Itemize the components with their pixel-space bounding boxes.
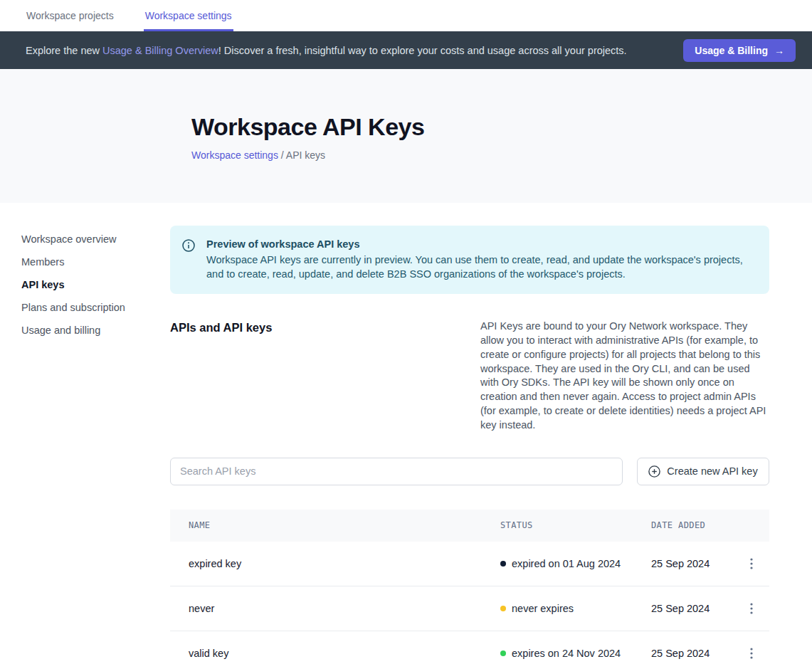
usage-billing-button-label: Usage & Billing xyxy=(695,45,768,56)
announcement-banner: Explore the new Usage & Billing Overview… xyxy=(0,31,812,69)
create-api-key-button[interactable]: Create new API key xyxy=(637,458,769,485)
api-key-date-added: 25 Sep 2024 xyxy=(651,603,733,614)
api-key-name: valid key xyxy=(170,648,500,659)
plus-circle-icon xyxy=(648,465,660,478)
info-circle-icon xyxy=(182,238,195,281)
section-description: API Keys are bound to your Ory Network w… xyxy=(480,320,769,433)
sidebar-item-workspace-overview[interactable]: Workspace overview xyxy=(21,228,170,251)
main-panel: Preview of workspace API keys Workspace … xyxy=(170,203,769,669)
column-header-status: STATUS xyxy=(500,520,651,530)
table-row: valid key expires on 24 Nov 2024 25 Sep … xyxy=(170,631,769,669)
page-header: Workspace API Keys Workspace settings / … xyxy=(0,69,812,203)
api-key-status: expires on 24 Nov 2024 xyxy=(500,648,651,659)
preview-info-callout: Preview of workspace API keys Workspace … xyxy=(170,226,769,294)
breadcrumb: Workspace settings / API keys xyxy=(191,149,812,161)
breadcrumb-workspace-settings-link[interactable]: Workspace settings xyxy=(191,149,278,161)
status-dot-icon xyxy=(500,650,506,656)
api-keys-section-header: APIs and API keys API Keys are bound to … xyxy=(170,320,769,433)
page-title: Workspace API Keys xyxy=(191,113,812,141)
tab-workspace-settings[interactable]: Workspace settings xyxy=(144,0,233,31)
create-api-key-button-label: Create new API key xyxy=(667,465,757,477)
status-text: expired on 01 Aug 2024 xyxy=(512,558,621,569)
arrow-right-icon: → xyxy=(774,45,784,56)
table-row: expired key expired on 01 Aug 2024 25 Se… xyxy=(170,542,769,586)
sidebar-item-members[interactable]: Members xyxy=(21,251,170,273)
api-key-name: expired key xyxy=(170,558,500,569)
info-callout-content: Preview of workspace API keys Workspace … xyxy=(206,238,752,281)
table-header-row: NAME STATUS DATE ADDED xyxy=(170,510,769,542)
content-area: Workspace overview Members API keys Plan… xyxy=(0,203,812,669)
status-dot-icon xyxy=(500,606,506,611)
search-input[interactable] xyxy=(170,458,623,485)
kebab-menu-icon[interactable] xyxy=(743,645,760,662)
api-keys-table: NAME STATUS DATE ADDED expired key expir… xyxy=(170,510,769,669)
api-key-status: expired on 01 Aug 2024 xyxy=(500,558,651,569)
top-tab-bar: Workspace projects Workspace settings xyxy=(0,0,812,31)
api-key-date-added: 25 Sep 2024 xyxy=(651,648,733,659)
sidebar-item-api-keys[interactable]: API keys xyxy=(21,273,170,296)
table-row: never never expires 25 Sep 2024 xyxy=(170,586,769,631)
banner-text-after: ! Discover a fresh, insightful way to ex… xyxy=(218,45,627,56)
info-callout-title: Preview of workspace API keys xyxy=(206,238,752,250)
kebab-menu-icon[interactable] xyxy=(743,600,760,617)
info-callout-body: Workspace API keys are currently in prev… xyxy=(206,253,752,281)
status-text: expires on 24 Nov 2024 xyxy=(512,648,621,659)
api-key-date-added: 25 Sep 2024 xyxy=(651,558,733,569)
banner-message: Explore the new Usage & Billing Overview… xyxy=(26,45,627,56)
kebab-menu-icon[interactable] xyxy=(743,555,760,572)
banner-usage-billing-link[interactable]: Usage & Billing Overview xyxy=(102,45,218,56)
settings-sidebar: Workspace overview Members API keys Plan… xyxy=(0,203,170,669)
tab-workspace-projects[interactable]: Workspace projects xyxy=(25,0,115,31)
usage-billing-button[interactable]: Usage & Billing → xyxy=(683,39,796,62)
breadcrumb-current: / API keys xyxy=(278,149,325,161)
table-controls: Create new API key xyxy=(170,458,769,485)
sidebar-item-usage-and-billing[interactable]: Usage and billing xyxy=(21,319,170,342)
banner-text-before: Explore the new xyxy=(26,45,102,56)
column-header-date-added: DATE ADDED xyxy=(651,520,733,530)
api-key-name: never xyxy=(170,603,500,614)
api-key-status: never expires xyxy=(500,603,651,614)
section-heading: APIs and API keys xyxy=(170,320,272,433)
sidebar-item-plans-and-subscription[interactable]: Plans and subscription xyxy=(21,296,170,319)
status-text: never expires xyxy=(512,603,574,614)
status-dot-icon xyxy=(500,561,506,567)
column-header-name: NAME xyxy=(170,520,500,530)
